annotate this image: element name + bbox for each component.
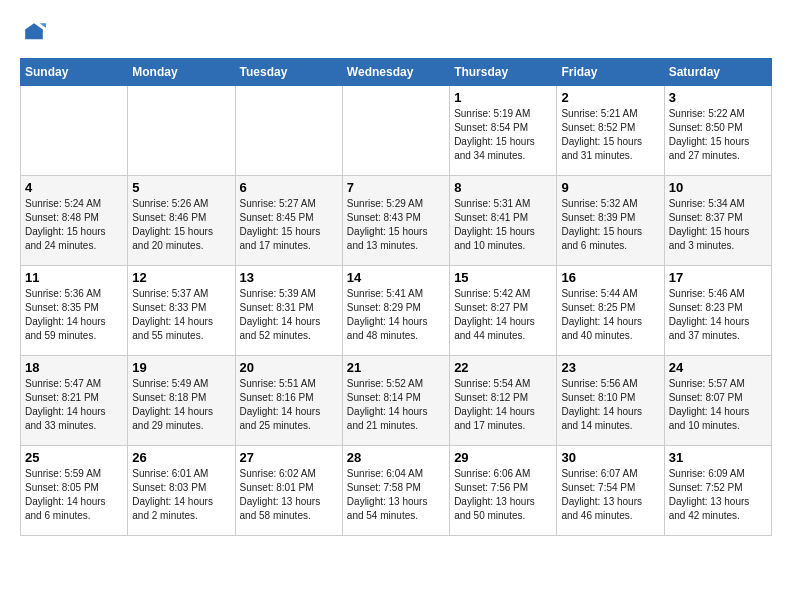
day-cell: 14Sunrise: 5:41 AM Sunset: 8:29 PM Dayli… (342, 266, 449, 356)
week-row-2: 4Sunrise: 5:24 AM Sunset: 8:48 PM Daylig… (21, 176, 772, 266)
day-cell: 22Sunrise: 5:54 AM Sunset: 8:12 PM Dayli… (450, 356, 557, 446)
calendar-table: SundayMondayTuesdayWednesdayThursdayFrid… (20, 58, 772, 536)
week-row-5: 25Sunrise: 5:59 AM Sunset: 8:05 PM Dayli… (21, 446, 772, 536)
weekday-header-monday: Monday (128, 59, 235, 86)
day-info: Sunrise: 5:44 AM Sunset: 8:25 PM Dayligh… (561, 287, 659, 343)
page-header (20, 20, 772, 48)
weekday-header-row: SundayMondayTuesdayWednesdayThursdayFrid… (21, 59, 772, 86)
day-cell: 8Sunrise: 5:31 AM Sunset: 8:41 PM Daylig… (450, 176, 557, 266)
day-info: Sunrise: 5:39 AM Sunset: 8:31 PM Dayligh… (240, 287, 338, 343)
svg-marker-1 (40, 23, 46, 28)
day-cell: 27Sunrise: 6:02 AM Sunset: 8:01 PM Dayli… (235, 446, 342, 536)
day-cell: 31Sunrise: 6:09 AM Sunset: 7:52 PM Dayli… (664, 446, 771, 536)
day-cell: 12Sunrise: 5:37 AM Sunset: 8:33 PM Dayli… (128, 266, 235, 356)
weekday-header-thursday: Thursday (450, 59, 557, 86)
weekday-header-saturday: Saturday (664, 59, 771, 86)
day-number: 9 (561, 180, 659, 195)
day-number: 19 (132, 360, 230, 375)
day-cell: 4Sunrise: 5:24 AM Sunset: 8:48 PM Daylig… (21, 176, 128, 266)
day-info: Sunrise: 5:59 AM Sunset: 8:05 PM Dayligh… (25, 467, 123, 523)
day-cell (235, 86, 342, 176)
day-info: Sunrise: 5:49 AM Sunset: 8:18 PM Dayligh… (132, 377, 230, 433)
day-number: 15 (454, 270, 552, 285)
day-number: 26 (132, 450, 230, 465)
day-cell (128, 86, 235, 176)
day-number: 21 (347, 360, 445, 375)
day-info: Sunrise: 6:02 AM Sunset: 8:01 PM Dayligh… (240, 467, 338, 523)
day-cell: 28Sunrise: 6:04 AM Sunset: 7:58 PM Dayli… (342, 446, 449, 536)
day-cell (342, 86, 449, 176)
day-cell: 5Sunrise: 5:26 AM Sunset: 8:46 PM Daylig… (128, 176, 235, 266)
day-number: 5 (132, 180, 230, 195)
day-number: 30 (561, 450, 659, 465)
day-cell: 19Sunrise: 5:49 AM Sunset: 8:18 PM Dayli… (128, 356, 235, 446)
day-cell: 13Sunrise: 5:39 AM Sunset: 8:31 PM Dayli… (235, 266, 342, 356)
day-info: Sunrise: 5:46 AM Sunset: 8:23 PM Dayligh… (669, 287, 767, 343)
day-info: Sunrise: 5:31 AM Sunset: 8:41 PM Dayligh… (454, 197, 552, 253)
day-cell: 15Sunrise: 5:42 AM Sunset: 8:27 PM Dayli… (450, 266, 557, 356)
day-number: 20 (240, 360, 338, 375)
day-cell: 10Sunrise: 5:34 AM Sunset: 8:37 PM Dayli… (664, 176, 771, 266)
day-cell: 18Sunrise: 5:47 AM Sunset: 8:21 PM Dayli… (21, 356, 128, 446)
day-number: 28 (347, 450, 445, 465)
day-cell: 17Sunrise: 5:46 AM Sunset: 8:23 PM Dayli… (664, 266, 771, 356)
logo (20, 20, 46, 48)
day-cell: 2Sunrise: 5:21 AM Sunset: 8:52 PM Daylig… (557, 86, 664, 176)
day-info: Sunrise: 5:21 AM Sunset: 8:52 PM Dayligh… (561, 107, 659, 163)
day-cell: 6Sunrise: 5:27 AM Sunset: 8:45 PM Daylig… (235, 176, 342, 266)
day-info: Sunrise: 5:37 AM Sunset: 8:33 PM Dayligh… (132, 287, 230, 343)
day-number: 13 (240, 270, 338, 285)
day-number: 2 (561, 90, 659, 105)
day-number: 14 (347, 270, 445, 285)
day-number: 18 (25, 360, 123, 375)
day-info: Sunrise: 5:29 AM Sunset: 8:43 PM Dayligh… (347, 197, 445, 253)
day-number: 25 (25, 450, 123, 465)
day-info: Sunrise: 5:54 AM Sunset: 8:12 PM Dayligh… (454, 377, 552, 433)
logo-icon (22, 20, 46, 44)
day-number: 6 (240, 180, 338, 195)
day-cell: 7Sunrise: 5:29 AM Sunset: 8:43 PM Daylig… (342, 176, 449, 266)
weekday-header-wednesday: Wednesday (342, 59, 449, 86)
day-info: Sunrise: 5:27 AM Sunset: 8:45 PM Dayligh… (240, 197, 338, 253)
day-cell: 21Sunrise: 5:52 AM Sunset: 8:14 PM Dayli… (342, 356, 449, 446)
day-number: 11 (25, 270, 123, 285)
day-number: 12 (132, 270, 230, 285)
day-info: Sunrise: 5:57 AM Sunset: 8:07 PM Dayligh… (669, 377, 767, 433)
day-info: Sunrise: 5:19 AM Sunset: 8:54 PM Dayligh… (454, 107, 552, 163)
day-info: Sunrise: 6:09 AM Sunset: 7:52 PM Dayligh… (669, 467, 767, 523)
day-info: Sunrise: 5:32 AM Sunset: 8:39 PM Dayligh… (561, 197, 659, 253)
day-cell: 20Sunrise: 5:51 AM Sunset: 8:16 PM Dayli… (235, 356, 342, 446)
svg-marker-0 (25, 23, 43, 39)
day-number: 24 (669, 360, 767, 375)
day-info: Sunrise: 6:07 AM Sunset: 7:54 PM Dayligh… (561, 467, 659, 523)
week-row-3: 11Sunrise: 5:36 AM Sunset: 8:35 PM Dayli… (21, 266, 772, 356)
weekday-header-tuesday: Tuesday (235, 59, 342, 86)
day-number: 7 (347, 180, 445, 195)
day-cell: 1Sunrise: 5:19 AM Sunset: 8:54 PM Daylig… (450, 86, 557, 176)
day-info: Sunrise: 5:51 AM Sunset: 8:16 PM Dayligh… (240, 377, 338, 433)
day-cell: 3Sunrise: 5:22 AM Sunset: 8:50 PM Daylig… (664, 86, 771, 176)
day-info: Sunrise: 5:26 AM Sunset: 8:46 PM Dayligh… (132, 197, 230, 253)
day-number: 27 (240, 450, 338, 465)
day-info: Sunrise: 6:06 AM Sunset: 7:56 PM Dayligh… (454, 467, 552, 523)
day-number: 8 (454, 180, 552, 195)
day-info: Sunrise: 5:36 AM Sunset: 8:35 PM Dayligh… (25, 287, 123, 343)
day-cell: 11Sunrise: 5:36 AM Sunset: 8:35 PM Dayli… (21, 266, 128, 356)
day-cell: 25Sunrise: 5:59 AM Sunset: 8:05 PM Dayli… (21, 446, 128, 536)
day-info: Sunrise: 5:34 AM Sunset: 8:37 PM Dayligh… (669, 197, 767, 253)
day-info: Sunrise: 5:24 AM Sunset: 8:48 PM Dayligh… (25, 197, 123, 253)
day-info: Sunrise: 5:47 AM Sunset: 8:21 PM Dayligh… (25, 377, 123, 433)
week-row-4: 18Sunrise: 5:47 AM Sunset: 8:21 PM Dayli… (21, 356, 772, 446)
day-number: 31 (669, 450, 767, 465)
weekday-header-sunday: Sunday (21, 59, 128, 86)
day-cell: 24Sunrise: 5:57 AM Sunset: 8:07 PM Dayli… (664, 356, 771, 446)
day-cell: 30Sunrise: 6:07 AM Sunset: 7:54 PM Dayli… (557, 446, 664, 536)
day-info: Sunrise: 6:01 AM Sunset: 8:03 PM Dayligh… (132, 467, 230, 523)
day-cell: 23Sunrise: 5:56 AM Sunset: 8:10 PM Dayli… (557, 356, 664, 446)
day-number: 22 (454, 360, 552, 375)
day-number: 29 (454, 450, 552, 465)
day-number: 4 (25, 180, 123, 195)
day-info: Sunrise: 5:22 AM Sunset: 8:50 PM Dayligh… (669, 107, 767, 163)
day-number: 16 (561, 270, 659, 285)
day-cell: 29Sunrise: 6:06 AM Sunset: 7:56 PM Dayli… (450, 446, 557, 536)
